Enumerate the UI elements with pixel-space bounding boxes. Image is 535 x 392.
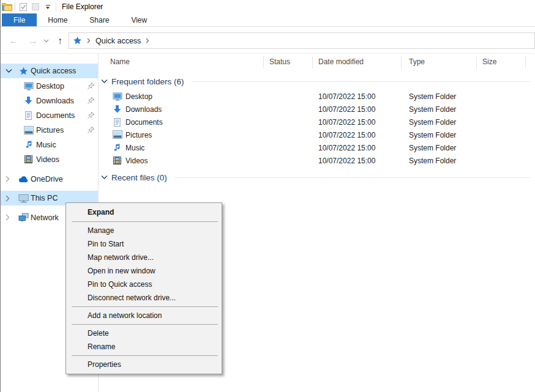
menu-item-properties[interactable]: Properties xyxy=(66,358,222,371)
group-header-frequent-folders[interactable]: Frequent folders (6) xyxy=(101,75,530,87)
forward-icon[interactable]: → xyxy=(25,28,41,54)
menu-item-rename[interactable]: Rename xyxy=(66,340,222,353)
toolbar-separator xyxy=(56,2,56,11)
videos-icon xyxy=(23,154,34,165)
new-folder-button[interactable] xyxy=(29,1,42,12)
menu-item-disconnect-network-drive[interactable]: Disconnect network drive... xyxy=(66,291,222,305)
tab-share[interactable]: Share xyxy=(78,13,120,26)
file-date-modified: 10/07/2022 15:00 xyxy=(318,157,375,165)
menu-item-expand[interactable]: Expand xyxy=(66,205,222,220)
file-row-documents[interactable]: Documents 10/07/2022 15:00 System Folder xyxy=(99,116,535,129)
chevron-right-icon[interactable] xyxy=(6,214,13,221)
downloads-icon xyxy=(23,95,34,106)
sidebar-item-label: Videos xyxy=(36,155,59,164)
menu-item-open-in-new-window[interactable]: Open in new window xyxy=(66,264,222,278)
column-header-type[interactable]: Type xyxy=(409,57,425,66)
file-type: System Folder xyxy=(409,157,456,165)
documents-icon xyxy=(113,117,122,127)
pin-icon xyxy=(87,111,95,120)
column-header-status[interactable]: Status xyxy=(269,57,290,66)
toolbar-separator xyxy=(15,2,15,11)
sidebar-item-quick-access[interactable]: Quick access xyxy=(1,64,98,78)
breadcrumb-segment[interactable]: Quick access xyxy=(93,37,143,45)
tab-view[interactable]: View xyxy=(120,13,158,26)
sidebar-item-desktop[interactable]: Desktop xyxy=(1,79,98,93)
file-type: System Folder xyxy=(409,105,456,114)
pin-icon xyxy=(87,97,95,105)
chevron-down-icon xyxy=(101,79,108,84)
menu-item-pin-to-start[interactable]: Pin to Start xyxy=(66,237,222,251)
file-date-modified: 10/07/2022 15:00 xyxy=(318,118,375,127)
menu-separator xyxy=(72,324,218,325)
sidebar-item-label: OneDrive xyxy=(31,175,63,183)
file-row-desktop[interactable]: Desktop 10/07/2022 15:00 System Folder xyxy=(99,91,535,103)
column-resize-handle[interactable] xyxy=(263,56,264,68)
quick-access-star-icon xyxy=(69,36,84,45)
file-type: System Folder xyxy=(409,118,456,127)
menu-item-pin-to-quick-access[interactable]: Pin to Quick access xyxy=(66,278,222,291)
sidebar-item-label: Network xyxy=(31,213,59,222)
chevron-right-icon[interactable] xyxy=(6,176,13,183)
file-name: Music xyxy=(125,144,144,152)
tab-file[interactable]: File xyxy=(2,13,37,26)
desktop-icon xyxy=(113,92,122,102)
onedrive-cloud-icon xyxy=(18,174,29,184)
column-resize-handle[interactable] xyxy=(312,56,313,68)
back-icon[interactable]: ← xyxy=(6,28,21,54)
menu-separator xyxy=(72,355,218,356)
file-row-downloads[interactable]: Downloads 10/07/2022 15:00 System Folder xyxy=(99,103,535,116)
file-name: Videos xyxy=(125,157,148,165)
sidebar-item-pictures[interactable]: Pictures xyxy=(1,123,98,137)
group-header-rule xyxy=(192,81,530,82)
column-resize-handle[interactable] xyxy=(525,56,526,68)
menu-item-map-network-drive[interactable]: Map network drive... xyxy=(66,251,222,264)
address-box[interactable]: Quick access xyxy=(69,32,535,49)
ribbon-tab-bar: File Home Share View xyxy=(1,13,535,27)
file-name: Desktop xyxy=(125,92,152,101)
file-name: Documents xyxy=(125,118,163,127)
file-row-videos[interactable]: Videos 10/07/2022 15:00 System Folder xyxy=(99,155,535,168)
downloads-icon xyxy=(113,105,122,114)
column-header-date-modified[interactable]: Date modified xyxy=(318,57,364,66)
sidebar-item-label: Desktop xyxy=(36,82,64,91)
breadcrumb-chevron-icon[interactable] xyxy=(143,38,152,43)
recent-locations-chevron-icon[interactable] xyxy=(41,28,51,54)
column-header-row: Name Status Date modified Type Size xyxy=(99,55,535,70)
customize-quick-access-toolbar-button[interactable] xyxy=(42,1,54,12)
videos-icon xyxy=(113,156,122,166)
sidebar-item-videos[interactable]: Videos xyxy=(1,152,98,166)
explorer-logo-icon xyxy=(1,1,13,12)
sidebar-item-music[interactable]: Music xyxy=(1,138,98,152)
chevron-right-icon[interactable] xyxy=(6,194,13,202)
group-header-label: Recent files (0) xyxy=(111,173,167,182)
column-resize-handle[interactable] xyxy=(476,56,477,68)
menu-item-manage[interactable]: Manage xyxy=(66,224,222,237)
column-header-name[interactable]: Name xyxy=(110,57,130,66)
menu-separator xyxy=(72,221,218,222)
up-icon[interactable]: ↑ xyxy=(52,28,68,54)
file-type: System Folder xyxy=(409,131,456,139)
file-row-music[interactable]: Music 10/07/2022 15:00 System Folder xyxy=(99,142,535,155)
title-bar: File Explorer xyxy=(1,0,535,13)
sidebar-item-documents[interactable]: Documents xyxy=(1,108,98,122)
properties-button[interactable] xyxy=(17,1,29,12)
column-resize-handle[interactable] xyxy=(401,56,402,68)
file-date-modified: 10/07/2022 15:00 xyxy=(318,92,375,101)
sidebar-item-downloads[interactable]: Downloads xyxy=(1,94,98,108)
menu-item-add-network-location[interactable]: Add a network location xyxy=(66,309,222,322)
column-header-size[interactable]: Size xyxy=(482,57,496,66)
music-icon xyxy=(113,143,122,153)
sidebar-item-onedrive[interactable]: OneDrive xyxy=(1,172,98,186)
chevron-down-icon[interactable] xyxy=(6,67,13,75)
address-bar-row: ← → ↑ Quick access xyxy=(1,28,535,54)
sidebar-item-label: This PC xyxy=(31,194,58,202)
file-row-pictures[interactable]: Pictures 10/07/2022 15:00 System Folder xyxy=(99,129,535,142)
pictures-icon xyxy=(23,125,34,135)
pictures-icon xyxy=(113,130,122,140)
sidebar-item-label: Downloads xyxy=(36,97,74,105)
menu-item-delete[interactable]: Delete xyxy=(66,327,222,340)
breadcrumb-chevron-icon[interactable] xyxy=(84,38,93,43)
group-header-label: Frequent folders (6) xyxy=(111,77,184,86)
tab-home[interactable]: Home xyxy=(37,13,78,26)
group-header-recent-files[interactable]: Recent files (0) xyxy=(101,171,530,183)
